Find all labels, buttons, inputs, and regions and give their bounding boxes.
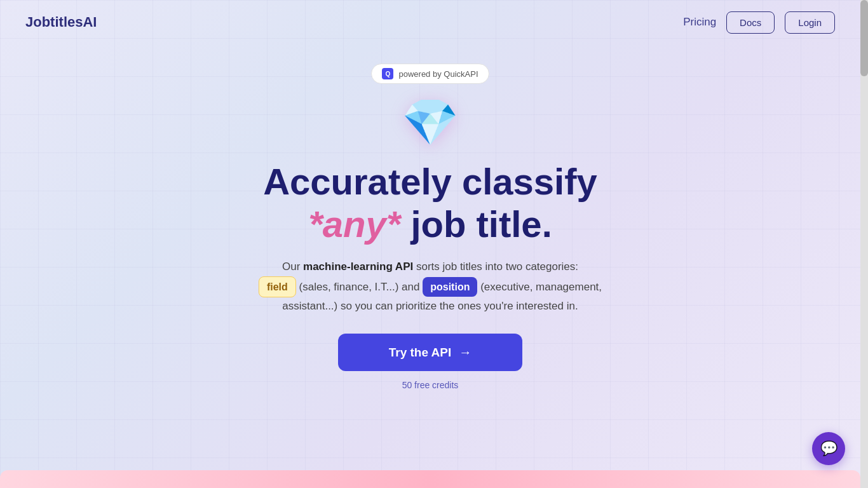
- scrollbar[interactable]: [860, 0, 868, 488]
- navbar: JobtitlesAI Pricing Docs Login: [0, 0, 860, 44]
- cta-button-label: Try the API: [389, 346, 452, 360]
- nav-login-button[interactable]: Login: [785, 11, 835, 34]
- free-credits-text: 50 free credits: [402, 380, 459, 390]
- hero-any-text: *any*: [308, 203, 400, 245]
- desc-and: (sales, finance, I.T...) and: [299, 281, 423, 293]
- chat-bubble-button[interactable]: 💬: [812, 432, 845, 465]
- logo[interactable]: JobtitlesAI: [25, 14, 97, 30]
- diamond-emoji: 💎: [402, 95, 459, 149]
- hero-title-line2: *any* job title.: [263, 203, 597, 246]
- nav-links: Pricing Docs Login: [683, 11, 835, 34]
- hero-title-suffix: job title.: [400, 203, 552, 245]
- cta-arrow-icon: →: [459, 345, 471, 360]
- field-badge: field: [259, 276, 296, 297]
- chat-icon: 💬: [820, 440, 837, 457]
- hero-title-line1: Accurately classify: [263, 161, 597, 202]
- bottom-strip: [0, 470, 860, 488]
- powered-by-badge: Q powered by QuickAPI: [371, 64, 489, 84]
- scrollbar-thumb[interactable]: [860, 0, 868, 76]
- try-api-button[interactable]: Try the API →: [338, 334, 522, 371]
- position-badge: position: [423, 277, 477, 297]
- hero-title: Accurately classify *any* job title.: [263, 161, 597, 245]
- desc-before: Our: [282, 261, 303, 273]
- quickapi-icon: Q: [382, 68, 393, 79]
- nav-pricing-link[interactable]: Pricing: [683, 16, 716, 29]
- powered-by-text: powered by QuickAPI: [398, 69, 478, 79]
- desc-mid: sorts job titles into two categories:: [413, 261, 578, 273]
- hero-description: Our machine-learning API sorts job title…: [252, 258, 608, 316]
- nav-docs-button[interactable]: Docs: [726, 11, 775, 34]
- diamond-illustration: 💎: [402, 95, 459, 149]
- main-content: Q powered by QuickAPI 💎 Accurately class…: [0, 44, 860, 390]
- desc-bold: machine-learning API: [303, 261, 413, 273]
